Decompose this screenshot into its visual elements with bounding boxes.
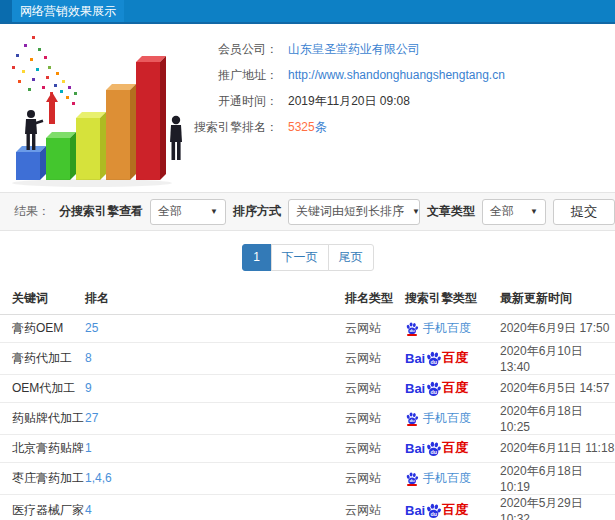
svg-text:du: du	[431, 388, 437, 394]
rank-link[interactable]: 1,4,6	[85, 471, 112, 485]
sort-filter-select[interactable]: 关键词由短到长排序 ▼	[288, 199, 420, 225]
rank-link[interactable]: 25	[85, 321, 98, 335]
mobile-baidu-icon: du	[405, 321, 419, 336]
confetti-dots	[12, 36, 77, 105]
rank-type-cell: 云网站	[337, 494, 397, 520]
up-arrow-icon	[46, 92, 58, 124]
keyword-cell: 医疗器械厂家	[0, 494, 85, 520]
baidu-paw-icon: du	[425, 350, 442, 367]
rank-count-value: 5325条	[288, 119, 327, 136]
baidu-paw-icon: du	[405, 321, 419, 335]
rank-type-cell: 云网站	[337, 402, 397, 434]
rank-type-cell: 云网站	[337, 462, 397, 494]
engine-filter-select[interactable]: 全部 ▼	[150, 199, 226, 225]
col-header-rank-type: 排名类型	[337, 283, 397, 314]
article-type-label: 文章类型	[427, 203, 475, 220]
table-row: 膏药代加工8云网站Baidu百度2020年6月10日 13:40	[0, 342, 615, 374]
account-info-form: 会员公司： 山东皇圣堂药业有限公司 推广地址： http://www.shand…	[192, 24, 615, 192]
promo-url-link[interactable]: http://www.shandonghuangshengtang.cn	[288, 68, 505, 82]
info-row-company: 会员公司： 山东皇圣堂药业有限公司	[192, 36, 615, 62]
baidu-logo-text-cn: 百度	[442, 379, 468, 397]
filter-bar: 结果： 分搜索引擎查看 全部 ▼ 排序方式 关键词由短到长排序 ▼ 文章类型 全…	[0, 192, 615, 231]
company-link[interactable]: 山东皇圣堂药业有限公司	[288, 41, 420, 58]
open-time-label: 开通时间：	[192, 93, 278, 110]
keyword-cell: OEM代加工	[0, 374, 85, 402]
table-row: 膏药OEM25云网站du手机百度2020年6月9日 17:50	[0, 314, 615, 342]
baidu-paw-icon: du	[405, 411, 419, 425]
baidu-logo-text-bai: Bai	[405, 503, 425, 518]
keyword-cell: 药贴牌代加工	[0, 402, 85, 434]
table-body: 膏药OEM25云网站du手机百度2020年6月9日 17:50膏药代加工8云网站…	[0, 314, 615, 520]
rank-cell: 9	[85, 374, 337, 402]
table-row: OEM代加工9云网站Baidu百度2020年6月5日 14:57	[0, 374, 615, 402]
chevron-down-icon: ▼	[522, 207, 538, 216]
mobile-baidu-label: 手机百度	[423, 470, 471, 487]
rank-link[interactable]: 8	[85, 351, 92, 365]
sort-filter-value: 关键词由短到长排序	[296, 203, 404, 220]
rank-type-cell: 云网站	[337, 434, 397, 462]
baidu-paw-icon: du	[405, 471, 419, 485]
engine-filter-value: 全部	[158, 203, 182, 220]
rank-type-cell: 云网站	[337, 314, 397, 342]
result-label: 结果：	[14, 203, 50, 220]
mobile-baidu-icon: du	[405, 471, 419, 486]
next-page-button[interactable]: 下一页	[271, 244, 329, 271]
pagination: 1 下一页 尾页	[242, 244, 374, 271]
baidu-logo-text-cn: 百度	[442, 349, 468, 367]
rank-count-label: 搜索引擎排名：	[192, 119, 278, 136]
chevron-down-icon: ▼	[404, 207, 420, 216]
engine-type-cell: Baidu百度	[397, 374, 495, 402]
baidu-paw-icon: du	[425, 380, 442, 397]
keyword-cell: 北京膏药贴牌	[0, 434, 85, 462]
updated-time-cell: 2020年6月18日 10:25	[495, 402, 615, 434]
pagination-wrap: 1 下一页 尾页	[0, 231, 615, 283]
rank-link[interactable]: 1	[85, 441, 92, 455]
engine-filter-label: 分搜索引擎查看	[59, 203, 143, 220]
rank-cell: 8	[85, 342, 337, 374]
table-header-row: 关键词 排名 排名类型 搜索引擎类型 最新更新时间	[0, 283, 615, 314]
engine-type-cell: du手机百度	[397, 462, 495, 494]
col-header-updated: 最新更新时间	[495, 283, 615, 314]
engine-type-cell: Baidu百度	[397, 434, 495, 462]
baidu-paw-icon: du	[425, 502, 442, 519]
updated-time-cell: 2020年5月29日 10:32	[495, 494, 615, 520]
baidu-logo-text-bai: Bai	[405, 381, 425, 396]
tab-marketing-effect[interactable]: 网络营销效果展示	[12, 0, 124, 22]
article-type-select[interactable]: 全部 ▼	[482, 199, 546, 225]
updated-time-cell: 2020年6月10日 13:40	[495, 342, 615, 374]
top-nav-bar: 网络营销效果展示	[0, 0, 615, 24]
rank-link[interactable]: 4	[85, 503, 92, 517]
mobile-baidu-label: 手机百度	[423, 410, 471, 427]
rank-link[interactable]: 27	[85, 411, 98, 425]
svg-text:du: du	[431, 510, 437, 516]
mobile-baidu-logo: du手机百度	[405, 320, 495, 337]
baidu-paw-icon: du	[425, 440, 442, 457]
svg-text:du: du	[409, 328, 415, 333]
last-page-button[interactable]: 尾页	[328, 244, 374, 271]
rank-cell: 1,4,6	[85, 462, 337, 494]
rank-link[interactable]: 9	[85, 381, 92, 395]
baidu-logo-text-bai: Bai	[405, 441, 425, 456]
col-header-keyword: 关键词	[0, 283, 85, 314]
updated-time-cell: 2020年6月11日 11:18	[495, 434, 615, 462]
account-info-section: 会员公司： 山东皇圣堂药业有限公司 推广地址： http://www.shand…	[0, 24, 615, 192]
promo-url-label: 推广地址：	[192, 67, 278, 84]
mobile-baidu-label: 手机百度	[423, 320, 471, 337]
baidu-logo-text-cn: 百度	[442, 501, 468, 519]
rank-cell: 1	[85, 434, 337, 462]
rank-count-suffix: 条	[315, 120, 327, 134]
page-1-button[interactable]: 1	[242, 244, 272, 271]
table-row: 枣庄膏药加工1,4,6云网站du手机百度2020年6月18日 10:19	[0, 462, 615, 494]
svg-text:du: du	[431, 448, 437, 454]
keyword-ranking-table: 关键词 排名 排名类型 搜索引擎类型 最新更新时间 膏药OEM25云网站du手机…	[0, 283, 615, 520]
engine-type-cell: Baidu百度	[397, 494, 495, 520]
engine-type-cell: du手机百度	[397, 402, 495, 434]
baidu-logo: Baidu百度	[405, 349, 495, 367]
filter-controls: 分搜索引擎查看 全部 ▼ 排序方式 关键词由短到长排序 ▼ 文章类型 全部 ▼ …	[59, 199, 615, 225]
info-row-open-time: 开通时间： 2019年11月20日 09:08	[192, 88, 615, 114]
submit-button[interactable]: 提交	[553, 199, 615, 225]
businessman-right	[170, 116, 182, 160]
sort-filter-label: 排序方式	[233, 203, 281, 220]
svg-text:du: du	[431, 358, 437, 364]
keyword-cell: 枣庄膏药加工	[0, 462, 85, 494]
